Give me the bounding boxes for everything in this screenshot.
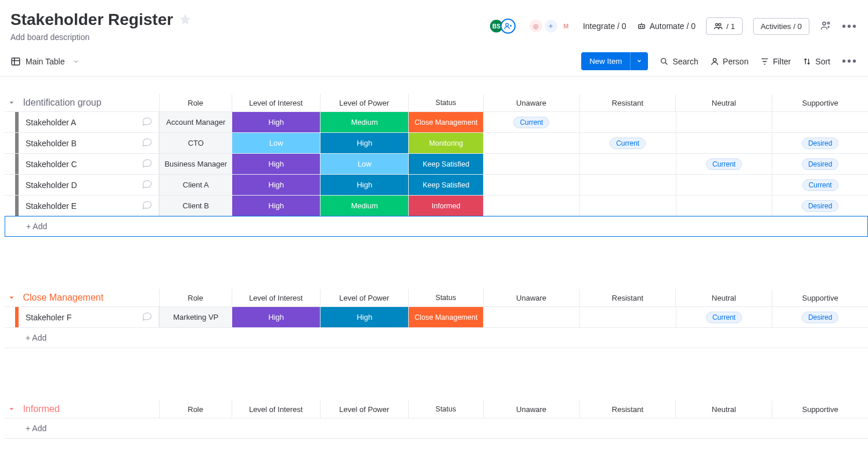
power-cell[interactable]: Medium bbox=[320, 196, 408, 216]
supportive-cell[interactable]: Desired bbox=[772, 307, 868, 327]
status-cell[interactable]: Informed bbox=[408, 196, 483, 216]
item-name[interactable]: Stakeholder A bbox=[19, 112, 159, 132]
add-item-row[interactable]: + Add bbox=[5, 418, 868, 439]
role-cell[interactable]: Client A bbox=[159, 175, 232, 195]
table-row[interactable]: Stakeholer F Marketing VP High High Clos… bbox=[5, 306, 868, 327]
table-row[interactable]: Stakeholder B CTO Low High Monitoring Cu… bbox=[5, 132, 868, 153]
power-cell[interactable]: High bbox=[320, 175, 408, 195]
automate-link[interactable]: Automate / 0 bbox=[637, 21, 696, 31]
col-unaware[interactable]: Unaware bbox=[483, 289, 579, 306]
resistant-cell[interactable] bbox=[579, 307, 676, 327]
neutral-cell[interactable]: Current bbox=[676, 154, 772, 174]
resistant-cell[interactable] bbox=[579, 175, 676, 195]
filter-tool[interactable]: Filter bbox=[760, 57, 791, 66]
invite-icon[interactable] bbox=[820, 20, 831, 33]
col-unaware[interactable]: Unaware bbox=[483, 400, 579, 418]
state-badge[interactable]: Desired bbox=[802, 200, 838, 212]
integration-app-icons[interactable]: ◎ ✦ M bbox=[530, 20, 572, 32]
unaware-cell[interactable]: Current bbox=[483, 112, 579, 132]
favorite-star-icon[interactable] bbox=[179, 13, 192, 27]
neutral-cell[interactable] bbox=[676, 112, 772, 132]
new-item-button[interactable]: New Item bbox=[581, 52, 630, 70]
item-name[interactable]: Stakeholder E bbox=[19, 196, 159, 216]
power-cell[interactable]: Medium bbox=[320, 112, 408, 132]
role-cell[interactable]: Client B bbox=[159, 196, 232, 216]
group-title[interactable]: Close Management bbox=[18, 289, 159, 306]
neutral-cell[interactable] bbox=[676, 196, 772, 216]
collapse-group-icon[interactable] bbox=[6, 97, 17, 108]
state-badge[interactable]: Current bbox=[513, 117, 549, 128]
col-role[interactable]: Role bbox=[159, 400, 232, 418]
chat-icon[interactable] bbox=[141, 178, 153, 192]
state-badge[interactable]: Desired bbox=[802, 138, 838, 149]
chat-icon[interactable] bbox=[141, 115, 153, 129]
resistant-cell[interactable] bbox=[579, 196, 676, 216]
avatar-stack[interactable]: BS bbox=[492, 19, 516, 34]
group-title[interactable]: Identification group bbox=[18, 94, 159, 111]
unaware-cell[interactable] bbox=[483, 307, 579, 327]
col-neutral[interactable]: Neutral bbox=[675, 400, 772, 418]
col-role[interactable]: Role bbox=[159, 289, 232, 306]
search-tool[interactable]: Search bbox=[660, 57, 698, 66]
col-power[interactable]: Level of Power bbox=[320, 94, 408, 111]
role-cell[interactable]: Business Manager bbox=[159, 154, 232, 174]
collapse-group-icon[interactable] bbox=[6, 292, 17, 303]
col-power[interactable]: Level of Power bbox=[320, 289, 408, 306]
state-badge[interactable]: Desired bbox=[802, 312, 838, 323]
col-status[interactable]: Status bbox=[408, 94, 483, 111]
neutral-cell[interactable] bbox=[676, 175, 772, 195]
item-name[interactable]: Stakeholder C bbox=[19, 154, 159, 174]
supportive-cell[interactable] bbox=[772, 112, 868, 132]
group-title[interactable]: Informed bbox=[18, 400, 159, 418]
neutral-cell[interactable]: Current bbox=[676, 307, 772, 327]
col-resistant[interactable]: Resistant bbox=[579, 94, 676, 111]
state-badge[interactable]: Desired bbox=[802, 158, 838, 170]
role-cell[interactable]: CTO bbox=[159, 133, 232, 153]
status-cell[interactable]: Close Management bbox=[408, 112, 483, 132]
new-item-dropdown[interactable] bbox=[630, 52, 648, 70]
interest-cell[interactable]: High bbox=[232, 154, 320, 174]
power-cell[interactable]: Low bbox=[320, 154, 408, 174]
resistant-cell[interactable] bbox=[579, 154, 676, 174]
table-row[interactable]: Stakeholder A Account Manager High Mediu… bbox=[5, 111, 868, 132]
chat-icon[interactable] bbox=[141, 157, 153, 171]
table-row[interactable]: Stakeholder D Client A High High Keep Sa… bbox=[5, 174, 868, 195]
person-tool[interactable]: Person bbox=[710, 57, 748, 66]
state-badge[interactable]: Current bbox=[802, 179, 838, 191]
col-supportive[interactable]: Supportive bbox=[772, 289, 868, 306]
col-resistant[interactable]: Resistant bbox=[579, 289, 676, 306]
supportive-cell[interactable]: Current bbox=[772, 175, 868, 195]
chat-icon[interactable] bbox=[141, 199, 153, 212]
state-badge[interactable]: Current bbox=[610, 138, 646, 149]
status-cell[interactable]: Monitoring bbox=[408, 133, 483, 153]
status-cell[interactable]: Keep Satisfied bbox=[408, 175, 483, 195]
power-cell[interactable]: High bbox=[320, 133, 408, 153]
unaware-cell[interactable] bbox=[483, 133, 579, 153]
item-name[interactable]: Stakeholder D bbox=[19, 175, 159, 195]
state-badge[interactable]: Current bbox=[706, 158, 742, 170]
table-row[interactable]: Stakeholder E Client B High Medium Infor… bbox=[5, 195, 868, 216]
col-supportive[interactable]: Supportive bbox=[772, 94, 868, 111]
col-unaware[interactable]: Unaware bbox=[483, 94, 579, 111]
col-role[interactable]: Role bbox=[159, 94, 232, 111]
interest-cell[interactable]: High bbox=[232, 196, 320, 216]
col-status[interactable]: Status bbox=[408, 289, 483, 306]
neutral-cell[interactable] bbox=[676, 133, 772, 153]
state-badge[interactable]: Current bbox=[706, 312, 742, 323]
col-status[interactable]: Status bbox=[408, 400, 483, 418]
item-name[interactable]: Stakeholer F bbox=[19, 307, 159, 327]
col-supportive[interactable]: Supportive bbox=[772, 400, 868, 418]
col-interest[interactable]: Level of Interest bbox=[232, 94, 320, 111]
power-cell[interactable]: High bbox=[320, 307, 408, 327]
unaware-cell[interactable] bbox=[483, 154, 579, 174]
supportive-cell[interactable]: Desired bbox=[772, 133, 868, 153]
add-item-row[interactable]: + Add bbox=[5, 327, 868, 348]
col-power[interactable]: Level of Power bbox=[320, 400, 408, 418]
role-cell[interactable]: Account Manager bbox=[159, 112, 232, 132]
members-button[interactable]: / 1 bbox=[706, 17, 743, 35]
collapse-group-icon[interactable] bbox=[6, 404, 17, 414]
add-item-row[interactable]: + Add bbox=[5, 216, 868, 237]
supportive-cell[interactable]: Desired bbox=[772, 154, 868, 174]
item-name[interactable]: Stakeholder B bbox=[19, 133, 159, 153]
interest-cell[interactable]: High bbox=[232, 112, 320, 132]
